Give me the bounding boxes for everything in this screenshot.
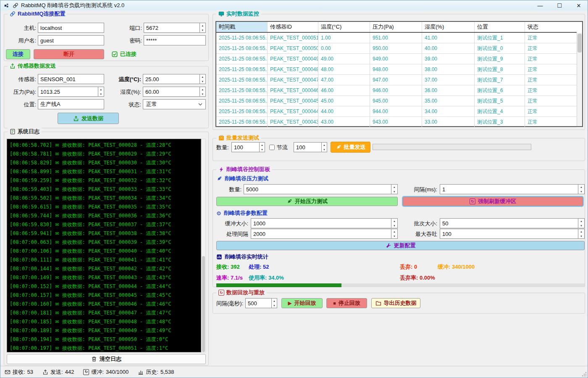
maximize-button[interactable]: ☐ xyxy=(550,0,569,11)
table-row[interactable]: 2025-11-25 08:06:55....PEAK_TEST_0000511… xyxy=(216,33,577,43)
pressure-input[interactable] xyxy=(38,87,98,97)
process-interval-input[interactable] xyxy=(251,229,391,239)
host-input[interactable] xyxy=(38,23,104,33)
force-flush-button[interactable]: ↻ 强制刷新缓冲区 xyxy=(403,197,583,206)
log-console[interactable]: [08:06:58.702] ✉ 接收数据: PEAK_TEST_000028 … xyxy=(7,139,201,352)
stress-count-spinner[interactable]: ▲▼ xyxy=(391,184,398,194)
spin-down-icon[interactable]: ▼ xyxy=(391,234,397,238)
username-input[interactable] xyxy=(38,35,104,45)
table-row[interactable]: 2025-11-25 08:06:55....PEAK_TEST_0000444… xyxy=(216,106,577,117)
start-replay-button[interactable]: ▶ 开始回放 xyxy=(281,298,323,308)
column-header[interactable]: 状态 xyxy=(525,22,577,32)
spin-down-icon[interactable]: ▼ xyxy=(200,28,205,32)
column-header[interactable]: 湿度(%) xyxy=(422,22,475,32)
start-stress-test-button[interactable]: 开始压力测试 xyxy=(216,197,398,206)
replay-interval-input[interactable] xyxy=(245,298,271,308)
stress-count-input[interactable] xyxy=(244,184,391,194)
max-throughput-input[interactable] xyxy=(440,229,578,239)
spin-up-icon[interactable]: ▲ xyxy=(578,185,584,189)
spin-down-icon[interactable]: ▼ xyxy=(578,223,584,228)
close-button[interactable]: ✕ xyxy=(569,0,588,11)
stop-replay-button[interactable]: ■ 停止回放 xyxy=(326,298,367,308)
batch-size-spinner[interactable]: ▲▼ xyxy=(578,218,585,228)
column-header[interactable]: 时间戳 xyxy=(216,22,268,32)
spin-up-icon[interactable]: ▲ xyxy=(272,299,277,303)
spin-up-icon[interactable]: ▲ xyxy=(200,23,205,28)
stress-interval-spinner[interactable]: ▲▼ xyxy=(578,184,585,194)
port-input[interactable] xyxy=(144,23,200,33)
spin-down-icon[interactable]: ▼ xyxy=(272,303,277,308)
spin-down-icon[interactable]: ▼ xyxy=(322,147,327,152)
table-row[interactable]: 2025-11-25 08:06:55....PEAK_TEST_0000434… xyxy=(216,117,577,127)
disconnect-button[interactable]: 断开 xyxy=(34,49,104,59)
password-input[interactable] xyxy=(144,35,206,45)
spin-up-icon[interactable]: ▲ xyxy=(322,143,327,147)
table-cell: 49.00 xyxy=(318,54,370,64)
state-combobox[interactable]: 正常 xyxy=(143,99,206,109)
humidity-input[interactable] xyxy=(143,87,200,97)
table-row[interactable]: 2025-11-25 08:06:55....PEAK_TEST_0000454… xyxy=(216,96,577,106)
temperature-spinner[interactable]: ▲▼ xyxy=(200,74,206,84)
table-row[interactable]: 2025-11-25 08:06:55....PEAK_TEST_0000500… xyxy=(216,43,577,54)
batch-count-spinner[interactable]: ▲▼ xyxy=(259,142,265,152)
table-scrollbar[interactable] xyxy=(577,33,582,126)
spin-up-icon[interactable]: ▲ xyxy=(391,219,397,223)
resize-grip[interactable] xyxy=(581,371,587,377)
spin-up-icon[interactable]: ▲ xyxy=(260,143,265,147)
column-header[interactable]: 传感器ID xyxy=(268,22,318,32)
throttle-checkbox[interactable] xyxy=(269,145,275,150)
batch-size-input[interactable] xyxy=(440,218,578,228)
column-header[interactable]: 压力(Pa) xyxy=(370,22,422,32)
throttle-value-spinner[interactable]: ▲▼ xyxy=(321,142,327,152)
spin-down-icon[interactable]: ▼ xyxy=(578,234,584,238)
table-row[interactable]: 2025-11-25 08:06:55....PEAK_TEST_0000464… xyxy=(216,85,577,96)
table-row[interactable]: 2025-11-25 08:06:55....PEAK_TEST_0000484… xyxy=(216,64,577,75)
table-cell: 正常 xyxy=(525,64,577,74)
table-row[interactable]: 2025-11-25 08:06:55....PEAK_TEST_0000474… xyxy=(216,75,577,85)
temperature-input[interactable] xyxy=(143,74,200,84)
export-history-button[interactable]: 导出历史数据 xyxy=(371,298,420,308)
log-scrollbar-thumb[interactable] xyxy=(202,256,205,352)
update-config-button[interactable]: 更新配置 xyxy=(216,241,585,250)
spin-up-icon[interactable]: ▲ xyxy=(391,229,397,234)
pressure-spinner[interactable]: ▲▼ xyxy=(98,87,104,97)
spin-down-icon[interactable]: ▼ xyxy=(391,189,397,194)
spin-down-icon[interactable]: ▼ xyxy=(391,223,397,228)
humidity-spinner[interactable]: ▲▼ xyxy=(200,87,206,97)
spin-down-icon[interactable]: ▼ xyxy=(200,79,205,84)
clear-log-button[interactable]: 清空日志 xyxy=(7,354,206,364)
minimize-button[interactable]: — xyxy=(530,0,550,11)
spin-down-icon[interactable]: ▼ xyxy=(200,92,205,96)
monitor-table-body: 2025-11-25 08:06:55....PEAK_TEST_0000511… xyxy=(216,33,577,127)
spin-down-icon[interactable]: ▼ xyxy=(578,189,584,194)
spin-up-icon[interactable]: ▲ xyxy=(200,87,205,92)
sensor-id-input[interactable] xyxy=(38,74,104,84)
table-row[interactable]: 2025-11-25 08:06:55....PEAK_TEST_0000494… xyxy=(216,54,577,64)
column-header[interactable]: 温度(°C) xyxy=(318,22,370,32)
spin-down-icon[interactable]: ▼ xyxy=(260,147,265,152)
location-input[interactable] xyxy=(38,99,104,109)
log-scrollbar[interactable] xyxy=(201,139,206,352)
spin-up-icon[interactable]: ▲ xyxy=(391,185,397,189)
connect-button[interactable]: 连接 xyxy=(6,49,30,59)
process-interval-spinner[interactable]: ▲▼ xyxy=(391,229,398,239)
spin-down-icon[interactable]: ▼ xyxy=(98,92,104,96)
stress-interval-input[interactable] xyxy=(440,184,578,194)
column-header[interactable]: 位置 xyxy=(475,22,525,32)
max-throughput-spinner[interactable]: ▲▼ xyxy=(578,229,585,239)
send-data-button[interactable]: 发送数据 xyxy=(58,113,119,124)
port-spinner[interactable]: ▲▼ xyxy=(200,23,206,33)
buffer-size-spinner[interactable]: ▲▼ xyxy=(391,218,398,228)
spin-up-icon[interactable]: ▲ xyxy=(578,219,584,223)
send-data-button-label: 发送数据 xyxy=(81,115,103,122)
spin-up-icon[interactable]: ▲ xyxy=(578,229,584,234)
table-cell: 正常 xyxy=(525,54,577,64)
batch-count-input[interactable] xyxy=(231,142,259,152)
buffer-size-input[interactable] xyxy=(251,218,391,228)
batch-send-button[interactable]: 批量发送 xyxy=(331,142,370,153)
spin-up-icon[interactable]: ▲ xyxy=(200,74,205,79)
table-scrollbar-thumb[interactable] xyxy=(578,34,582,53)
spin-up-icon[interactable]: ▲ xyxy=(98,87,104,92)
throttle-value-input[interactable] xyxy=(294,142,321,152)
replay-interval-spinner[interactable]: ▲▼ xyxy=(271,298,277,308)
